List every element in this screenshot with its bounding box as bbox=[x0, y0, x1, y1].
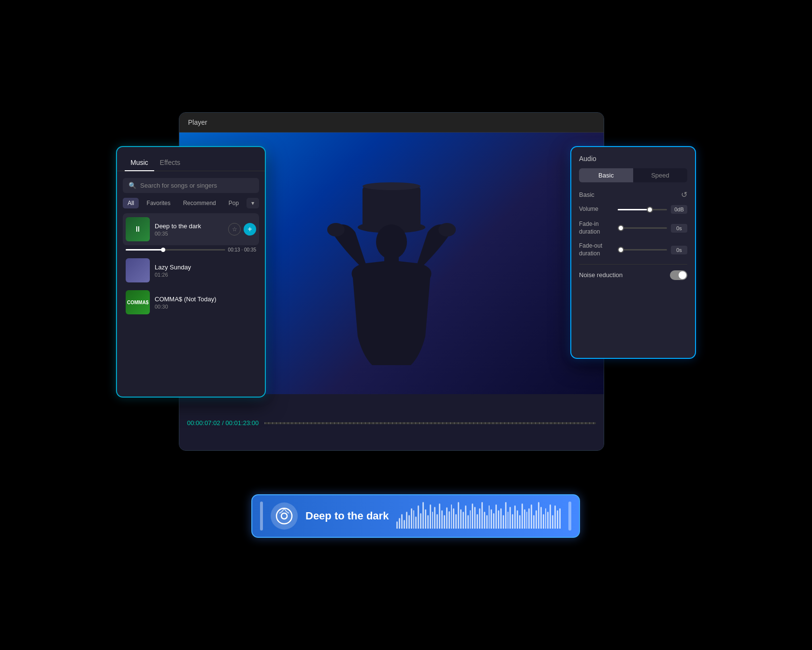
waveform-bar bbox=[449, 511, 450, 529]
waveform-bar bbox=[439, 503, 440, 529]
tab-effects[interactable]: Effects bbox=[154, 155, 187, 171]
audio-panel: Audio Basic Speed Basic ↺ Volume 0dB Fad… bbox=[570, 146, 696, 359]
fadein-thumb[interactable] bbox=[618, 225, 624, 231]
track-info-1: Deep to the dark 00:35 bbox=[155, 222, 223, 236]
svg-rect-1 bbox=[362, 186, 420, 230]
waveform bbox=[396, 503, 561, 529]
svg-point-10 bbox=[281, 513, 287, 519]
search-bar[interactable]: 🔍 Search for songs or singers bbox=[123, 178, 259, 193]
track-name-1: Deep to the dark bbox=[155, 222, 223, 230]
volume-slider-row: Volume 0dB bbox=[579, 205, 687, 214]
waveform-bar bbox=[413, 510, 415, 529]
waveform-bar bbox=[545, 508, 547, 529]
track-thumb-2 bbox=[126, 258, 150, 282]
volume-value: 0dB bbox=[671, 205, 687, 214]
reset-icon[interactable]: ↺ bbox=[681, 190, 687, 199]
waveform-bar bbox=[524, 509, 525, 529]
progress-time: 00:13 · 00:35 bbox=[228, 247, 256, 252]
waveform-bar bbox=[444, 515, 445, 529]
waveform-bar bbox=[411, 508, 412, 529]
waveform-bar bbox=[509, 507, 511, 529]
volume-thumb[interactable] bbox=[647, 207, 653, 213]
waveform-bar bbox=[406, 512, 407, 529]
waveform-bar bbox=[503, 515, 504, 529]
waveform-bar bbox=[408, 515, 410, 529]
music-panel: Music Effects 🔍 Search for songs or sing… bbox=[116, 146, 266, 398]
waveform-bar bbox=[517, 510, 518, 529]
waveform-bar bbox=[404, 520, 405, 529]
volume-slider[interactable] bbox=[618, 209, 667, 210]
waveform-bar bbox=[531, 504, 532, 529]
waveform-bar bbox=[557, 510, 558, 529]
waveform-bar bbox=[460, 509, 462, 529]
waveform-bar bbox=[434, 507, 435, 529]
fadeout-thumb[interactable] bbox=[618, 247, 624, 253]
waveform-bar bbox=[465, 505, 466, 529]
waveform-bar bbox=[396, 521, 398, 529]
fadeout-value: 0s bbox=[671, 246, 687, 254]
waveform-bar bbox=[479, 508, 480, 529]
volume-fill bbox=[618, 209, 650, 210]
now-playing-bar: Deep to the dark bbox=[251, 494, 580, 538]
now-playing-left-handle bbox=[260, 502, 263, 531]
track-list: ⏸ Deep to the dark 00:35 ☆ + bbox=[117, 213, 265, 318]
waveform-bar bbox=[512, 514, 513, 529]
tab-basic[interactable]: Basic bbox=[579, 168, 633, 182]
tab-music[interactable]: Music bbox=[125, 155, 154, 171]
track-thumb-1: ⏸ bbox=[126, 217, 150, 241]
waveform-bar bbox=[420, 513, 421, 529]
filter-more-button[interactable]: ▾ bbox=[246, 198, 259, 208]
search-input[interactable]: Search for songs or singers bbox=[140, 182, 217, 189]
track-info-2: Lazy Sunday 01:26 bbox=[155, 264, 256, 278]
add-button-1[interactable]: + bbox=[244, 223, 256, 236]
filter-all[interactable]: All bbox=[123, 198, 139, 208]
tab-speed[interactable]: Speed bbox=[633, 168, 687, 182]
waveform-bar bbox=[467, 515, 469, 529]
filter-recommend[interactable]: Recommend bbox=[178, 198, 221, 208]
waveform-bar bbox=[474, 507, 476, 529]
progress-row: 00:13 · 00:35 bbox=[123, 245, 259, 254]
noise-reduction-toggle[interactable] bbox=[670, 270, 687, 280]
now-playing-title: Deep to the dark bbox=[305, 510, 389, 522]
timeline-track[interactable] bbox=[264, 422, 596, 424]
waveform-bar bbox=[486, 515, 488, 529]
waveform-bar bbox=[547, 512, 549, 529]
waveform-bar bbox=[550, 504, 551, 529]
fadeout-slider[interactable] bbox=[618, 249, 667, 251]
fadein-slider[interactable] bbox=[618, 227, 667, 229]
track-name-3: COMMA$ (Not Today) bbox=[155, 295, 256, 303]
waveform-bar bbox=[418, 505, 419, 529]
waveform-bar bbox=[484, 512, 485, 529]
tabs-row: Music Effects bbox=[117, 147, 265, 171]
basic-section-label: Basic ↺ bbox=[579, 190, 687, 199]
waveform-bar bbox=[493, 513, 494, 529]
waveform-bar bbox=[415, 517, 417, 529]
noise-reduction-label: Noise reduction bbox=[579, 271, 623, 280]
waveform-bar bbox=[472, 503, 473, 529]
filter-favorites[interactable]: Favorites bbox=[142, 198, 175, 208]
waveform-bar bbox=[559, 508, 561, 529]
track-item-3[interactable]: COMMA$ COMMA$ (Not Today) 00:30 bbox=[123, 286, 259, 318]
star-button-1[interactable]: ☆ bbox=[228, 223, 241, 236]
waveform-bar bbox=[500, 508, 502, 529]
waveform-bar bbox=[533, 515, 535, 529]
waveform-bar bbox=[489, 505, 490, 529]
timeline-bar: 00:00:07:02 / 00:01:23:00 bbox=[179, 394, 604, 451]
track-name-2: Lazy Sunday bbox=[155, 264, 256, 271]
waveform-bar bbox=[540, 507, 542, 529]
svg-point-9 bbox=[276, 508, 292, 524]
waveform-bar bbox=[453, 508, 454, 529]
waveform-bar bbox=[481, 502, 483, 529]
track-item-1[interactable]: ⏸ Deep to the dark 00:35 ☆ + bbox=[123, 213, 259, 245]
filter-pop[interactable]: Pop bbox=[224, 198, 244, 208]
track-item-2[interactable]: Lazy Sunday 01:26 bbox=[123, 254, 259, 286]
fadeout-label: Fade-out duration bbox=[579, 242, 614, 257]
player-titlebar: Player bbox=[179, 113, 604, 133]
waveform-bar bbox=[432, 512, 434, 529]
pause-icon: ⏸ bbox=[134, 225, 142, 234]
waveform-bar bbox=[427, 515, 429, 529]
progress-track[interactable] bbox=[126, 249, 225, 251]
search-icon: 🔍 bbox=[129, 182, 136, 189]
track-actions-1: ☆ + bbox=[228, 223, 256, 236]
noise-reduction-row: Noise reduction bbox=[579, 270, 687, 280]
